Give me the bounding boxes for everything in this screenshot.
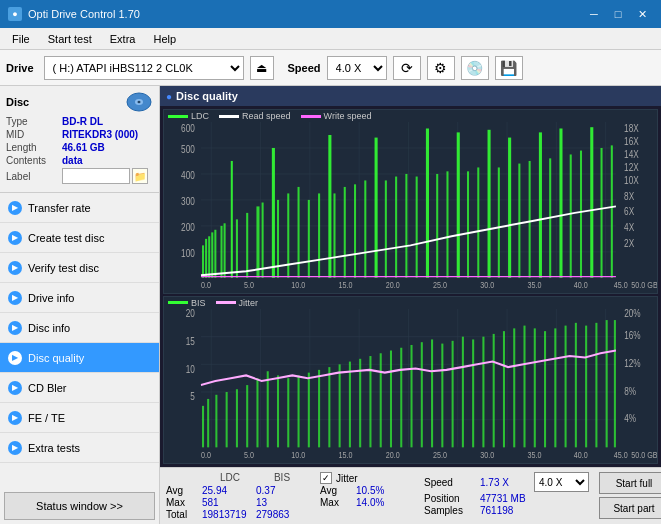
menu-help[interactable]: Help — [145, 31, 184, 47]
drive-select[interactable]: ( H:) ATAPI iHBS112 2 CL0K — [44, 56, 244, 80]
maximize-button[interactable]: □ — [607, 5, 629, 23]
contents-value: data — [62, 155, 83, 166]
svg-rect-156 — [513, 328, 515, 447]
drive-label: Drive — [6, 62, 34, 74]
disc-info-label: Disc info — [28, 322, 70, 334]
verify-test-disc-icon: ▶ — [8, 261, 22, 275]
svg-rect-88 — [590, 127, 593, 278]
svg-rect-165 — [606, 320, 608, 447]
svg-text:4X: 4X — [624, 222, 635, 233]
sidebar-item-disc-quality[interactable]: ▶ Disc quality — [0, 343, 159, 373]
drive-info-icon: ▶ — [8, 291, 22, 305]
menu-extra[interactable]: Extra — [102, 31, 144, 47]
svg-text:45.0: 45.0 — [614, 449, 628, 460]
type-value: BD-R DL — [62, 116, 103, 127]
svg-rect-83 — [539, 132, 542, 277]
svg-rect-144 — [390, 350, 392, 447]
samples-value: 761198 — [480, 505, 530, 516]
save-button[interactable]: 💾 — [495, 56, 523, 80]
bis-legend-text: BIS — [191, 298, 206, 308]
svg-rect-50 — [224, 223, 226, 278]
start-full-button[interactable]: Start full — [599, 472, 661, 494]
svg-rect-139 — [339, 364, 341, 447]
disc-type-row: Type BD-R DL — [6, 116, 153, 127]
svg-rect-154 — [493, 334, 495, 447]
position-row: Position 47731 MB — [424, 493, 589, 504]
svg-text:0.0: 0.0 — [201, 449, 211, 460]
chart-title: Disc quality — [176, 90, 238, 102]
max-bis-value: 13 — [256, 497, 296, 508]
svg-rect-134 — [287, 378, 289, 447]
sidebar-item-fe-te[interactable]: ▶ FE / TE — [0, 403, 159, 433]
svg-text:10X: 10X — [624, 175, 639, 186]
label-input[interactable] — [62, 168, 130, 184]
menu-file[interactable]: File — [4, 31, 38, 47]
create-test-disc-label: Create test disc — [28, 232, 104, 244]
speed-row: Speed 1.73 X 4.0 X — [424, 472, 589, 492]
svg-rect-150 — [452, 341, 454, 448]
disc-mid-row: MID RITEKDR3 (000) — [6, 129, 153, 140]
avg-bis-value: 0.37 — [256, 485, 296, 496]
titlebar: ● Opti Drive Control 1.70 ─ □ ✕ — [0, 0, 661, 28]
svg-rect-159 — [544, 331, 546, 447]
mid-key: MID — [6, 129, 62, 140]
sidebar-item-disc-info[interactable]: ▶ Disc info — [0, 313, 159, 343]
svg-text:15.0: 15.0 — [339, 280, 353, 290]
sidebar-item-drive-info[interactable]: ▶ Drive info — [0, 283, 159, 313]
svg-rect-59 — [298, 187, 300, 278]
transfer-rate-label: Transfer rate — [28, 202, 91, 214]
svg-rect-44 — [202, 245, 204, 277]
svg-text:2X: 2X — [624, 238, 635, 249]
bis-color — [168, 301, 188, 304]
close-button[interactable]: ✕ — [631, 5, 653, 23]
sidebar-item-transfer-rate[interactable]: ▶ Transfer rate — [0, 193, 159, 223]
speed-pos-col: Speed 1.73 X 4.0 X Position 47731 MB Sam… — [424, 472, 589, 516]
svg-rect-153 — [482, 336, 484, 447]
sidebar-item-verify-test-disc[interactable]: ▶ Verify test disc — [0, 253, 159, 283]
chart-header-icon: ● — [166, 91, 172, 102]
main-content: Disc Type BD-R DL MID RITEKDR3 (000) Len… — [0, 86, 661, 524]
svg-text:45.0: 45.0 — [614, 280, 628, 290]
svg-text:0.0: 0.0 — [201, 280, 211, 290]
label-browse-button[interactable]: 📁 — [132, 168, 148, 184]
svg-text:35.0: 35.0 — [528, 280, 542, 290]
svg-text:10: 10 — [186, 362, 196, 374]
svg-text:25.0: 25.0 — [433, 449, 447, 460]
left-panel: Disc Type BD-R DL MID RITEKDR3 (000) Len… — [0, 86, 160, 524]
svg-rect-45 — [205, 239, 207, 278]
eject-button[interactable]: ⏏ — [250, 56, 274, 80]
start-part-button[interactable]: Start part — [599, 497, 661, 519]
settings-button[interactable]: ⚙ — [427, 56, 455, 80]
svg-rect-126 — [207, 399, 209, 447]
jitter-header-row: ✓ Jitter — [320, 472, 406, 484]
samples-key: Samples — [424, 505, 476, 516]
sidebar-item-extra-tests[interactable]: ▶ Extra tests — [0, 433, 159, 463]
jitter-color — [216, 301, 236, 304]
menu-start-test[interactable]: Start test — [40, 31, 100, 47]
contents-key: Contents — [6, 155, 62, 166]
status-window-button[interactable]: Status window >> — [4, 492, 155, 520]
transfer-rate-icon: ▶ — [8, 201, 22, 215]
jitter-checkbox[interactable]: ✓ — [320, 472, 332, 484]
svg-rect-82 — [529, 161, 531, 278]
speed-select[interactable]: 4.0 X — [327, 56, 387, 80]
svg-rect-52 — [236, 219, 238, 277]
svg-text:40.0: 40.0 — [574, 449, 588, 460]
svg-rect-145 — [400, 348, 402, 448]
svg-text:100: 100 — [181, 248, 195, 259]
length-value: 46.61 GB — [62, 142, 105, 153]
create-test-disc-icon: ▶ — [8, 231, 22, 245]
minimize-button[interactable]: ─ — [583, 5, 605, 23]
disc-button[interactable]: 💿 — [461, 56, 489, 80]
sidebar-item-cd-bler[interactable]: ▶ CD Bler — [0, 373, 159, 403]
svg-rect-48 — [214, 230, 216, 278]
sidebar-item-create-test-disc[interactable]: ▶ Create test disc — [0, 223, 159, 253]
speed-mode-select[interactable]: 4.0 X — [534, 472, 589, 492]
refresh-button[interactable]: ⟳ — [393, 56, 421, 80]
svg-rect-152 — [472, 339, 474, 447]
disc-info-icon: ▶ — [8, 321, 22, 335]
svg-text:12%: 12% — [624, 357, 641, 369]
svg-rect-73 — [436, 174, 438, 278]
svg-text:50.0 GB: 50.0 GB — [631, 449, 657, 460]
position-value: 47731 MB — [480, 493, 530, 504]
